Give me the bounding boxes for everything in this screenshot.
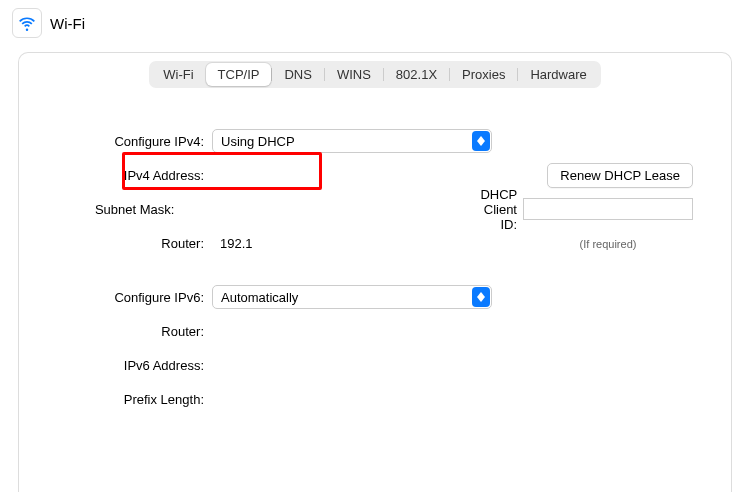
- content-panel: Wi-Fi TCP/IP DNS WINS 802.1X Proxies Har…: [18, 52, 732, 492]
- row-prefix-length: Prefix Length:: [47, 384, 703, 414]
- tab-hardware[interactable]: Hardware: [518, 63, 598, 86]
- dhcp-client-id-input[interactable]: [523, 198, 693, 220]
- row-configure-ipv4: Configure IPv4: Using DHCP: [47, 126, 703, 156]
- label-prefix-length: Prefix Length:: [47, 392, 212, 407]
- tab-wifi[interactable]: Wi-Fi: [151, 63, 205, 86]
- wifi-icon: [12, 8, 42, 38]
- row-ipv6-address: IPv6 Address:: [47, 350, 703, 380]
- configure-ipv4-select-wrap[interactable]: Using DHCP: [212, 129, 492, 153]
- row-ipv4-address: IPv4 Address: Renew DHCP Lease: [47, 160, 703, 190]
- label-configure-ipv6: Configure IPv6:: [47, 290, 212, 305]
- tab-tcpip[interactable]: TCP/IP: [206, 63, 272, 86]
- label-ipv6-address: IPv6 Address:: [47, 358, 212, 373]
- value-ipv4-router: 192.1: [212, 236, 253, 251]
- label-configure-ipv4: Configure IPv4:: [47, 134, 212, 149]
- configure-ipv4-select[interactable]: Using DHCP: [212, 129, 492, 153]
- redacted-box: [190, 199, 310, 219]
- label-ipv6-router: Router:: [47, 324, 212, 339]
- window-header: Wi-Fi: [0, 0, 750, 46]
- tab-proxies[interactable]: Proxies: [450, 63, 517, 86]
- configure-ipv6-select[interactable]: Automatically: [212, 285, 492, 309]
- dhcp-client-id-group: DHCP Client ID:: [480, 187, 693, 232]
- page-title: Wi-Fi: [50, 15, 85, 32]
- row-subnet-mask: Subnet Mask: DHCP Client ID:: [47, 194, 703, 224]
- redacted-box: [220, 165, 340, 185]
- row-ipv4-router: Router: 192.1 (If required): [47, 228, 703, 258]
- renew-dhcp-lease-button[interactable]: Renew DHCP Lease: [547, 163, 693, 188]
- configure-ipv6-select-wrap[interactable]: Automatically: [212, 285, 492, 309]
- tab-8021x[interactable]: 802.1X: [384, 63, 449, 86]
- label-ipv4-address: IPv4 Address:: [47, 168, 212, 183]
- tab-wins[interactable]: WINS: [325, 63, 383, 86]
- label-subnet-mask: Subnet Mask:: [47, 202, 182, 217]
- label-ipv4-router: Router:: [47, 236, 212, 251]
- dhcp-client-id-hint: (If required): [523, 238, 693, 250]
- segmented-control: Wi-Fi TCP/IP DNS WINS 802.1X Proxies Har…: [149, 61, 601, 88]
- label-dhcp-client-id: DHCP Client ID:: [480, 187, 517, 232]
- row-ipv6-router: Router:: [47, 316, 703, 346]
- form-area: Configure IPv4: Using DHCP IPv4 Address:: [19, 88, 731, 414]
- tab-dns[interactable]: DNS: [272, 63, 323, 86]
- tab-bar: Wi-Fi TCP/IP DNS WINS 802.1X Proxies Har…: [19, 53, 731, 88]
- row-configure-ipv6: Configure IPv6: Automatically: [47, 282, 703, 312]
